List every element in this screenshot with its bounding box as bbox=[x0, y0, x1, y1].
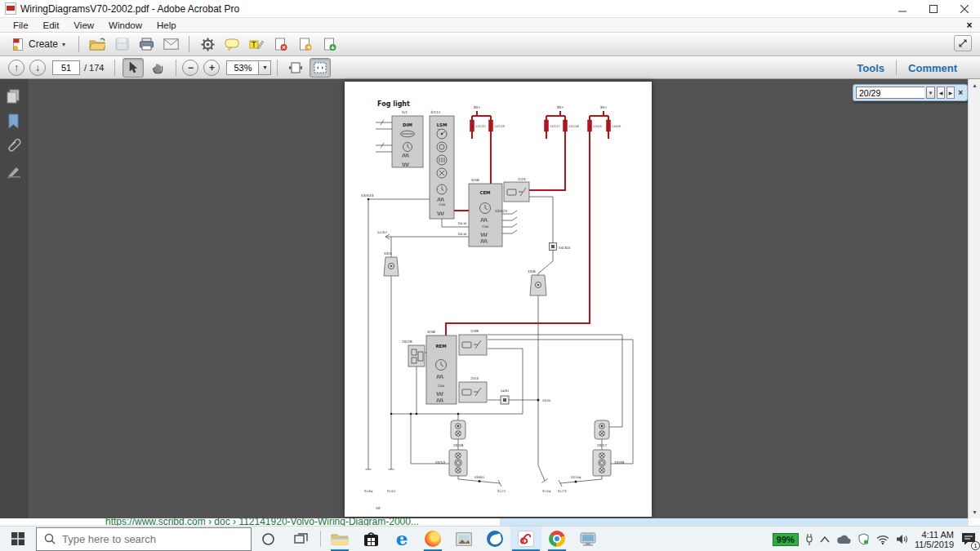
diagram-label: 31/72 bbox=[497, 490, 506, 493]
diagram-label: REM bbox=[435, 344, 446, 349]
create-label: Create bbox=[29, 38, 58, 50]
search-icon bbox=[44, 533, 56, 544]
delete-pages-button[interactable] bbox=[270, 34, 292, 54]
image-viewer-icon bbox=[456, 532, 472, 546]
save-as-other-button[interactable] bbox=[319, 34, 341, 54]
close-button[interactable] bbox=[949, 0, 980, 18]
create-button[interactable]: Create ▾ bbox=[7, 34, 71, 54]
main-toolbar: Create ▾ T bbox=[0, 33, 980, 56]
diagram-label: CAN bbox=[482, 225, 488, 229]
preferences-button[interactable] bbox=[197, 34, 218, 54]
battery-percent-badge[interactable]: 99% bbox=[773, 533, 799, 546]
tray-chevron-icon[interactable] bbox=[820, 536, 830, 543]
page-thumbnails-icon[interactable] bbox=[7, 89, 22, 104]
diagram-label: 20/29 bbox=[402, 340, 412, 344]
customize-toolbar-button[interactable] bbox=[954, 35, 972, 51]
save-button[interactable] bbox=[111, 34, 132, 54]
diagram-label: 54/3LE bbox=[559, 246, 571, 250]
close-document-icon[interactable]: × bbox=[964, 20, 975, 31]
diagram-label: 31/54 bbox=[542, 490, 551, 493]
open-file-button[interactable] bbox=[87, 34, 108, 54]
security-shield-icon[interactable] bbox=[858, 533, 870, 545]
find-input[interactable] bbox=[856, 87, 924, 99]
tools-panel-link[interactable]: Tools bbox=[845, 62, 896, 74]
taskbar-image-viewer[interactable] bbox=[448, 527, 479, 551]
export-pdf-button[interactable] bbox=[295, 34, 316, 54]
start-button[interactable] bbox=[0, 527, 36, 551]
background-highlight bbox=[500, 518, 969, 526]
firefox-icon bbox=[425, 531, 441, 547]
signatures-icon[interactable] bbox=[7, 164, 22, 180]
create-icon bbox=[12, 38, 24, 51]
power-plug-icon[interactable] bbox=[805, 533, 813, 546]
zoom-out-button[interactable]: − bbox=[182, 60, 198, 76]
diagram-label: 11D/9 bbox=[612, 125, 621, 128]
scroll-down-icon[interactable]: ▼ bbox=[969, 506, 980, 518]
find-previous-button[interactable]: ◀ bbox=[937, 87, 945, 99]
taskbar-search-box[interactable] bbox=[36, 527, 252, 551]
taskbar-clock[interactable]: 4:11 AM 11/5/2019 bbox=[915, 530, 954, 549]
comment-panel-link[interactable]: Comment bbox=[897, 62, 969, 74]
scroll-up-icon[interactable]: ▲ bbox=[969, 79, 980, 91]
selection-tool-button[interactable] bbox=[122, 58, 144, 78]
acrobat-app-icon bbox=[5, 2, 16, 15]
page-number-input[interactable] bbox=[52, 60, 80, 75]
highlight-text-button[interactable]: T bbox=[246, 34, 267, 54]
diagram-label: 31/73 bbox=[558, 490, 566, 493]
scrolling-mode-button[interactable] bbox=[285, 58, 306, 78]
computer-icon bbox=[580, 532, 596, 546]
taskbar-acrobat[interactable] bbox=[510, 527, 541, 551]
menu-window[interactable]: Window bbox=[102, 20, 149, 31]
taskbar-microsoft-store[interactable] bbox=[355, 527, 386, 551]
previous-page-button[interactable]: ↑ bbox=[8, 60, 24, 76]
onedrive-icon[interactable] bbox=[836, 535, 851, 544]
notification-count-badge: 1 bbox=[971, 541, 980, 550]
taskbar-thunderbird[interactable] bbox=[479, 527, 510, 551]
acrobat-icon bbox=[518, 531, 534, 547]
task-view-button[interactable] bbox=[284, 527, 317, 551]
find-close-button[interactable]: × bbox=[956, 88, 964, 97]
find-caret-icon[interactable]: ▼ bbox=[926, 87, 935, 99]
zoom-in-button[interactable]: + bbox=[203, 60, 220, 76]
menu-help[interactable]: Help bbox=[150, 20, 183, 31]
taskbar-file-explorer[interactable] bbox=[324, 527, 355, 551]
diagram-signal-wires bbox=[366, 120, 634, 487]
window-title: WiringDiagramsV70-2002.pdf - Adobe Acrob… bbox=[20, 3, 239, 15]
diagram-label: CAN bbox=[439, 203, 445, 207]
taskbar-firefox[interactable] bbox=[417, 527, 448, 551]
next-page-button[interactable]: ↓ bbox=[29, 60, 46, 76]
zoom-caret-icon[interactable]: ▼ bbox=[259, 60, 271, 75]
diagram-label: 31/52 bbox=[387, 490, 395, 493]
find-next-button[interactable]: ▶ bbox=[947, 87, 955, 99]
taskbar-edge[interactable]: e bbox=[386, 527, 417, 551]
zoom-level-value[interactable]: 53% bbox=[226, 60, 259, 75]
menu-file[interactable]: File bbox=[7, 20, 35, 31]
navigation-toolbar: ↑ ↓ / 174 − + 53% ▼ Tools Comment bbox=[0, 56, 980, 79]
fit-page-button[interactable] bbox=[310, 58, 331, 78]
menu-view[interactable]: View bbox=[67, 20, 100, 31]
print-button[interactable] bbox=[136, 34, 157, 54]
action-center-button[interactable]: 1 bbox=[960, 531, 977, 548]
hand-tool-button[interactable] bbox=[147, 58, 168, 78]
wifi-icon[interactable] bbox=[876, 535, 889, 544]
diagram-label: 2/53 bbox=[470, 376, 479, 380]
email-button[interactable] bbox=[160, 34, 181, 54]
store-icon bbox=[363, 531, 379, 547]
taskbar-chrome[interactable] bbox=[541, 527, 572, 551]
cortana-button[interactable] bbox=[252, 527, 284, 551]
vertical-scrollbar[interactable]: ▲ ▼ bbox=[968, 79, 980, 518]
taskbar-messaging-app[interactable] bbox=[572, 527, 604, 551]
taskbar-search-input[interactable] bbox=[62, 533, 225, 545]
volume-icon[interactable] bbox=[896, 534, 908, 544]
task-view-icon bbox=[294, 533, 308, 545]
diagram-label: 10/6 bbox=[528, 269, 536, 273]
bookmarks-icon[interactable] bbox=[7, 113, 22, 129]
attachments-icon[interactable] bbox=[7, 138, 22, 153]
minimize-button[interactable] bbox=[887, 0, 918, 18]
comment-bubble-button[interactable] bbox=[221, 34, 243, 54]
diagram-label: 11D/5 bbox=[593, 125, 602, 128]
background-window-strip: https://www.scribd.com › doc › 112141920… bbox=[0, 518, 980, 526]
pdf-page[interactable]: Fog light5/1DIM3/111LSM30+30+30+11C/2211… bbox=[345, 82, 652, 517]
maximize-button[interactable] bbox=[918, 0, 949, 18]
menu-edit[interactable]: Edit bbox=[37, 20, 66, 31]
